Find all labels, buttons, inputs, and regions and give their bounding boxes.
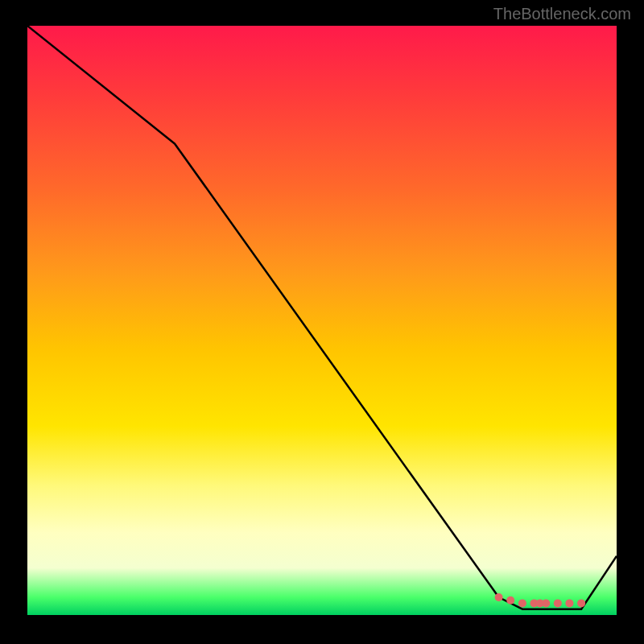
marker-point: [554, 599, 562, 607]
chart-container: TheBottleneck.com: [0, 0, 644, 644]
chart-overlay: [27, 26, 617, 615]
marker-point: [565, 599, 573, 607]
marker-cluster: [495, 593, 586, 607]
curve-path: [27, 26, 617, 609]
watermark-text: TheBottleneck.com: [493, 5, 631, 23]
marker-point: [495, 593, 503, 601]
marker-point: [577, 599, 585, 607]
marker-point: [542, 599, 550, 607]
marker-point: [506, 597, 514, 605]
marker-point: [518, 599, 526, 607]
line-series: [27, 26, 617, 609]
